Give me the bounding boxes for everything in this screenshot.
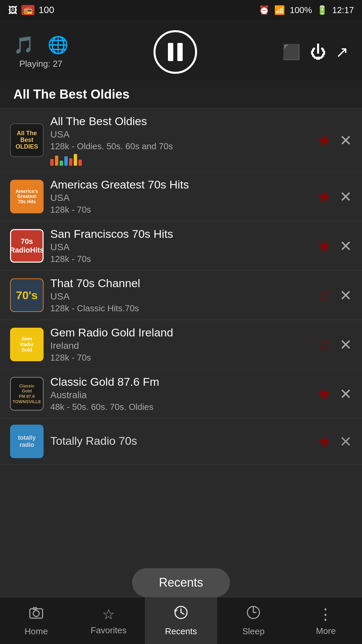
more-icon: ⋮ [318, 605, 334, 623]
station-country: USA [50, 193, 310, 203]
favorite-button[interactable]: ★ [317, 384, 331, 403]
wifi-icon: 📶 [274, 5, 285, 15]
nav-label-sleep: Sleep [242, 626, 265, 637]
power-button[interactable]: ⏻ [310, 43, 326, 61]
station-name: Americas Greatest 70s Hits [50, 178, 310, 191]
station-actions: ★ ✕ [317, 384, 352, 403]
app-icon: 📻 [21, 5, 35, 15]
favorite-button[interactable]: ★ [317, 432, 331, 451]
station-meta: 128k - 70s [50, 205, 310, 215]
favorites-icon: ☆ [102, 606, 115, 623]
station-meta: 128k - Oldies. 50s. 60s and 70s [50, 141, 310, 152]
globe-icon[interactable]: 🌐 [48, 35, 68, 55]
favorite-button[interactable]: ☆ [317, 335, 331, 354]
playing-label: Playing: 27 [19, 59, 63, 69]
status-bar: 🖼 📻 100 ⏰ 📶 100% 🔋 12:17 [0, 0, 362, 20]
player-left-icons: 🎵 🌐 Playing: 27 [13, 35, 68, 69]
photo-icon: 🖼 [8, 5, 17, 16]
eq-bars [50, 154, 310, 166]
station-name: Classic Gold 87.6 Fm [50, 375, 310, 388]
sleep-icon [246, 605, 261, 624]
station-info: San Franciscos 70s Hits USA 128k - 70s [50, 227, 310, 264]
station-logo[interactable]: totallyradio [10, 425, 44, 458]
station-logo[interactable]: ClassicGoldFM 87.6TOWNSVILLE [10, 377, 44, 411]
station-country: USA [50, 242, 310, 253]
nav-item-recents[interactable]: Recents [145, 597, 217, 644]
station-logo[interactable]: 70's [10, 278, 44, 312]
favorite-button[interactable]: ★ [317, 236, 331, 255]
station-logo[interactable]: All The BestOLDIES [10, 123, 44, 157]
remove-button[interactable]: ✕ [340, 132, 352, 149]
bottom-nav: Home ☆ Favorites Recents Sleep ⋮ More [0, 597, 362, 644]
player-controls-row: 🎵 🌐 Playing: 27 ⬛ ⏻ ↗ [13, 30, 349, 74]
home-icon [28, 605, 44, 624]
player-header: 🎵 🌐 Playing: 27 ⬛ ⏻ ↗ [0, 20, 362, 80]
station-meta: 48k - 50s. 60s. 70s. Oldies [50, 402, 310, 412]
pause-icon [168, 43, 183, 61]
station-info: That 70s Channel USA 128k - Classic Hits… [50, 277, 310, 314]
nav-item-more[interactable]: ⋮ More [290, 597, 362, 644]
station-country: Ireland [50, 340, 310, 351]
station-actions: ★ ✕ [317, 432, 352, 451]
status-right: ⏰ 📶 100% 🔋 12:17 [259, 5, 354, 15]
station-logo[interactable]: GemRadioGold [10, 328, 44, 361]
alarm-icon: ⏰ [259, 5, 269, 15]
station-country: USA [50, 291, 310, 302]
stop-button[interactable]: ⬛ [282, 43, 301, 61]
station-logo[interactable]: 70sRadioHits [10, 229, 44, 263]
station-item: ClassicGoldFM 87.6TOWNSVILLE Classic Gol… [0, 369, 362, 419]
remove-button[interactable]: ✕ [340, 433, 352, 450]
station-info: Totally Radio 70s [50, 434, 310, 449]
nav-label-home: Home [24, 626, 48, 637]
favorite-button[interactable]: ☆ [317, 286, 331, 305]
station-country: Australia [50, 390, 310, 400]
music-icon[interactable]: 🎵 [13, 35, 34, 55]
nav-item-favorites[interactable]: ☆ Favorites [72, 597, 145, 644]
station-meta: 128k - Classic Hits.70s [50, 303, 310, 314]
clock: 12:17 [332, 5, 354, 15]
station-list: All The BestOLDIES All The Best Oldies U… [0, 109, 362, 465]
station-info: Classic Gold 87.6 Fm Australia 48k - 50s… [50, 375, 310, 412]
signal-count: 100 [39, 5, 54, 15]
remove-button[interactable]: ✕ [340, 385, 352, 402]
station-actions: ☆ ✕ [317, 335, 352, 354]
station-name: San Franciscos 70s Hits [50, 227, 310, 240]
nav-label-more: More [316, 626, 336, 636]
station-name: All The Best Oldies [50, 115, 310, 128]
remove-button[interactable]: ✕ [340, 287, 352, 304]
station-name: Totally Radio 70s [50, 434, 310, 447]
share-button[interactable]: ↗ [336, 43, 349, 61]
remove-button[interactable]: ✕ [340, 336, 352, 353]
station-item: totallyradio Totally Radio 70s ★ ✕ [0, 419, 362, 465]
station-actions: ★ ✕ [317, 131, 352, 150]
station-info: All The Best Oldies USA 128k - Oldies. 5… [50, 115, 310, 166]
nav-label-favorites: Favorites [91, 625, 127, 636]
station-item: All The BestOLDIES All The Best Oldies U… [0, 109, 362, 172]
now-playing-title: All The Best Oldies [0, 80, 362, 109]
station-meta: 128k - 70s [50, 254, 310, 264]
station-info: Gem Radio Gold Ireland Ireland 128k - 70… [50, 326, 310, 363]
favorite-button[interactable]: ★ [317, 131, 331, 150]
battery-percent: 100% [290, 5, 312, 15]
station-meta: 128k - 70s [50, 353, 310, 363]
pause-button[interactable] [154, 30, 197, 74]
station-logo[interactable]: America'sGreatest70s Hits [10, 180, 44, 213]
station-item: 70's That 70s Channel USA 128k - Classic… [0, 271, 362, 320]
nav-item-home[interactable]: Home [0, 597, 72, 644]
station-actions: ★ ✕ [317, 187, 352, 206]
remove-button[interactable]: ✕ [340, 188, 352, 205]
recents-tooltip: Recents [132, 568, 230, 597]
station-name: Gem Radio Gold Ireland [50, 326, 310, 339]
status-left: 🖼 📻 100 [8, 5, 54, 16]
remove-button[interactable]: ✕ [340, 237, 352, 255]
station-country: USA [50, 129, 310, 140]
station-actions: ☆ ✕ [317, 286, 352, 305]
nav-label-recents: Recents [165, 626, 197, 637]
station-actions: ★ ✕ [317, 236, 352, 255]
recents-icon [173, 605, 189, 624]
nav-item-sleep[interactable]: Sleep [217, 597, 290, 644]
favorite-button[interactable]: ★ [317, 187, 331, 206]
svg-point-1 [33, 610, 39, 616]
station-name: That 70s Channel [50, 277, 310, 290]
player-right-icons: ⬛ ⏻ ↗ [282, 43, 349, 61]
